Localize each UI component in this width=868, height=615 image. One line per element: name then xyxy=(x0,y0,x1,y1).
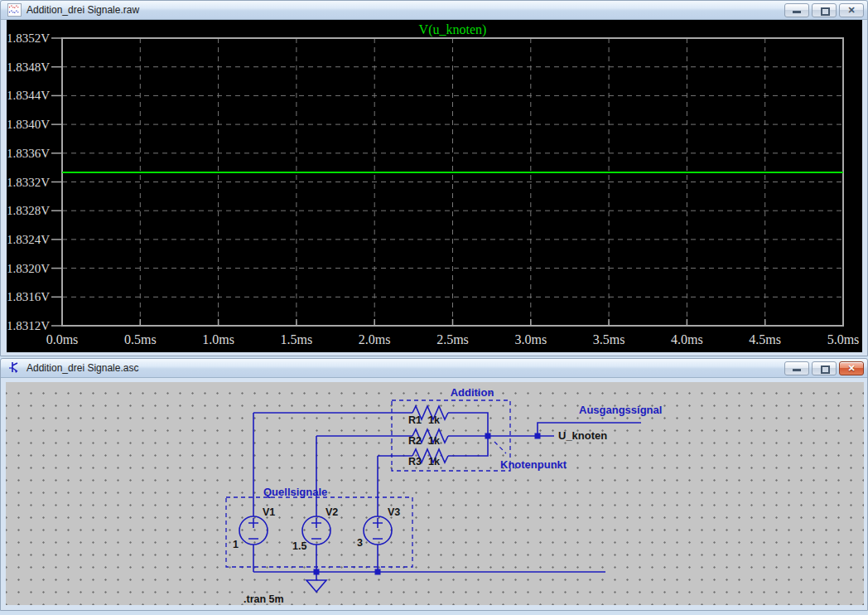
x-tick-label: 5.0ms xyxy=(827,332,860,346)
junction-dot xyxy=(375,569,381,575)
y-tick-label: 1.8324V xyxy=(7,233,50,246)
schematic-file-icon xyxy=(7,361,22,375)
restore-button[interactable] xyxy=(812,361,837,375)
resistor-R2-value[interactable]: 1k xyxy=(428,435,440,447)
waveform-titlebar[interactable]: Addition_drei Signale.raw xyxy=(1,1,867,20)
comment-quellsignale[interactable]: Quellsignale xyxy=(263,486,327,498)
y-tick-label: 1.8336V xyxy=(7,147,50,160)
source-V2-value[interactable]: 1.5 xyxy=(292,540,306,552)
resistor-R1-value[interactable]: 1k xyxy=(428,414,440,426)
ground-symbol[interactable] xyxy=(306,572,326,592)
plot-border xyxy=(62,38,843,326)
restore-button[interactable] xyxy=(812,3,837,17)
comment-addition[interactable]: Addition xyxy=(451,386,494,399)
y-tick-label: 1.8328V xyxy=(7,204,50,217)
y-tick-label: 1.8352V xyxy=(7,31,50,45)
waveform-window-title: Addition_drei Signale.raw xyxy=(27,4,139,16)
x-tick-label: 3.0ms xyxy=(514,332,547,346)
wire xyxy=(448,413,488,436)
source-V1-value[interactable]: 1 xyxy=(233,539,239,550)
close-button[interactable] xyxy=(839,361,864,375)
x-tick-label: 3.5ms xyxy=(593,332,625,346)
close-button[interactable] xyxy=(839,3,864,17)
x-tick-label: 4.5ms xyxy=(749,332,781,346)
schematic-canvas[interactable]: Addition Quellsignale Ausgangssignal Kno… xyxy=(6,382,864,605)
x-tick-label: 1.5ms xyxy=(281,332,313,346)
source-V3-value[interactable]: 3 xyxy=(357,537,363,549)
x-tick-label: 0.0ms xyxy=(46,332,79,346)
source-V2-name[interactable]: V2 xyxy=(326,506,338,518)
junction-dot xyxy=(535,433,541,439)
source-V3-name[interactable]: V3 xyxy=(388,506,400,518)
x-tick-label: 2.5ms xyxy=(436,332,469,346)
trace-title-label[interactable]: V(u_knoten) xyxy=(419,22,487,37)
waveform-plot-pane[interactable]: 0.0ms0.5ms1.0ms1.5ms2.0ms2.5ms3.0ms3.5ms… xyxy=(7,20,862,352)
node-pointer-line[interactable] xyxy=(494,442,506,453)
voltage-source-V1-symbol xyxy=(239,516,268,545)
waveform-window: Addition_drei Signale.raw 0.0ms0.5ms1.0m… xyxy=(0,0,868,356)
comment-knotenpunkt[interactable]: Knotenpunkt xyxy=(500,458,567,471)
wire xyxy=(448,436,488,456)
junction-dot xyxy=(485,433,491,439)
x-tick-label: 1.0ms xyxy=(202,332,234,346)
junction-dots xyxy=(314,433,541,575)
y-tick-label: 1.8348V xyxy=(7,61,50,74)
minimize-button[interactable] xyxy=(784,361,809,375)
schematic-window-title: Addition_drei Signale.asc xyxy=(27,362,138,374)
y-tick-label: 1.8316V xyxy=(7,290,50,303)
voltage-source-V3-symbol xyxy=(364,516,392,545)
waveform-file-icon xyxy=(7,3,22,17)
comment-ausgangssignal[interactable]: Ausgangssignal xyxy=(579,404,662,416)
y-tick-label: 1.8340V xyxy=(7,118,50,131)
resistor-R3-name[interactable]: R3 xyxy=(408,456,422,467)
net-label-u-knoten[interactable]: U_knoten xyxy=(558,429,607,442)
ltspice-workspace: Addition_drei Signale.raw 0.0ms0.5ms1.0m… xyxy=(0,0,868,615)
schematic-drawing: Addition Quellsignale Ausgangssignal Kno… xyxy=(6,385,864,604)
y-tick-label: 1.8320V xyxy=(7,262,50,275)
y-tick-label: 1.8344V xyxy=(7,89,50,102)
resistor-R2-name[interactable]: R2 xyxy=(408,435,422,447)
x-tick-label: 4.0ms xyxy=(671,332,703,346)
y-tick-label: 1.8332V xyxy=(7,176,50,189)
minimize-button[interactable] xyxy=(784,3,809,17)
resistor-R1-name[interactable]: R1 xyxy=(408,414,422,426)
x-tick-label: 2.0ms xyxy=(359,332,391,346)
spice-directive[interactable]: .tran 5m xyxy=(244,593,284,604)
schematic-window: Addition_drei Signale.asc xyxy=(0,358,868,611)
voltage-sources[interactable] xyxy=(239,516,392,545)
resistor-R3-value[interactable]: 1k xyxy=(428,456,440,467)
waveform-chart[interactable]: 0.0ms0.5ms1.0ms1.5ms2.0ms2.5ms3.0ms3.5ms… xyxy=(7,20,862,352)
y-tick-label: 1.8312V xyxy=(7,319,50,332)
x-tick-label: 0.5ms xyxy=(124,332,157,346)
source-V1-name[interactable]: V1 xyxy=(263,506,275,518)
schematic-titlebar[interactable]: Addition_drei Signale.asc xyxy=(1,359,867,378)
